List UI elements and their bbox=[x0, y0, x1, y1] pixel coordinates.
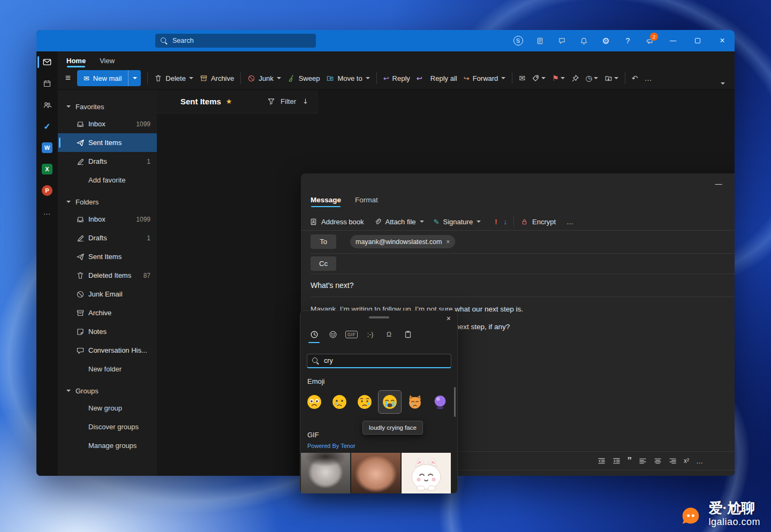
tab-recent-icon[interactable] bbox=[305, 327, 323, 342]
move-to-button[interactable]: Move to bbox=[326, 74, 369, 82]
recipient-chip[interactable]: mayank@windowslatest.com × bbox=[350, 235, 455, 248]
sidebar-item-inbox-favorite[interactable]: Inbox1099 bbox=[58, 115, 157, 133]
tab-view[interactable]: View bbox=[100, 57, 115, 65]
undo-icon[interactable]: ↶ bbox=[632, 74, 638, 82]
increase-indent-icon[interactable] bbox=[613, 457, 621, 465]
sidebar-item-discover-groups[interactable]: Discover groups bbox=[58, 417, 157, 436]
sidebar-item-new-group[interactable]: New group bbox=[58, 399, 157, 417]
new-mail-button[interactable]: ✉New mail bbox=[77, 70, 141, 86]
sidebar-item-add-favorite[interactable]: Add favorite bbox=[58, 171, 157, 189]
decrease-indent-icon[interactable] bbox=[598, 457, 606, 465]
maximize-button[interactable] bbox=[685, 30, 710, 51]
reply-all-button[interactable]: ↩↩ Reply all bbox=[417, 74, 457, 82]
emoji-crying-face[interactable] bbox=[328, 390, 351, 414]
delete-button[interactable]: Delete bbox=[154, 74, 193, 82]
sidebar-item-drafts[interactable]: Drafts1 bbox=[58, 229, 157, 247]
reply-button[interactable]: ↩ Reply bbox=[383, 74, 410, 82]
tab-gif[interactable]: GIF bbox=[342, 327, 361, 342]
read-unread-icon[interactable]: ✉ bbox=[519, 74, 525, 82]
sidebar-item-new-folder[interactable]: New folder bbox=[58, 360, 157, 378]
sidebar-item-archive[interactable]: Archive bbox=[58, 303, 157, 322]
tab-clipboard-icon[interactable] bbox=[398, 327, 417, 342]
gif-thumbnail-crying-cat-cartoon[interactable] bbox=[402, 453, 451, 493]
ribbon-collapse-icon[interactable] bbox=[721, 77, 725, 87]
search-input[interactable]: Search bbox=[155, 34, 316, 48]
rail-powerpoint-icon[interactable]: P bbox=[36, 180, 58, 201]
flag-icon[interactable]: ⚑ bbox=[552, 74, 565, 82]
close-button[interactable]: × bbox=[710, 30, 735, 51]
align-center-icon[interactable] bbox=[654, 457, 662, 465]
high-importance-button[interactable]: ! bbox=[495, 218, 497, 226]
feedback-icon[interactable] bbox=[551, 30, 573, 51]
sweep-button[interactable]: Sweep bbox=[288, 74, 320, 82]
rail-mail-icon[interactable] bbox=[36, 51, 58, 73]
emoji-panel-close-icon[interactable]: × bbox=[447, 314, 451, 323]
emoji-sad-but-relieved-face[interactable] bbox=[353, 390, 376, 414]
tab-home[interactable]: Home bbox=[66, 57, 86, 65]
tab-kaomoji[interactable]: ;-) bbox=[361, 327, 380, 342]
tab-symbols[interactable]: Ω bbox=[380, 327, 398, 342]
filter-icon[interactable] bbox=[267, 97, 275, 105]
rules-icon[interactable] bbox=[604, 74, 618, 82]
sidebar-item-conversation-history[interactable]: Conversation His... bbox=[58, 341, 157, 360]
drag-handle[interactable] bbox=[369, 316, 389, 318]
sidebar-item-deleted-items[interactable]: Deleted Items87 bbox=[58, 266, 157, 285]
emoji-face-holding-back-tears[interactable] bbox=[303, 390, 326, 414]
rail-todo-icon[interactable]: ✓ bbox=[36, 116, 58, 137]
filter-label[interactable]: Filter bbox=[281, 97, 296, 105]
junk-button[interactable]: Junk bbox=[247, 74, 281, 82]
rail-word-icon[interactable]: W bbox=[36, 137, 58, 158]
cc-field-row[interactable]: Cc bbox=[311, 254, 735, 274]
minimize-button[interactable]: — bbox=[661, 30, 685, 51]
archive-button[interactable]: Archive bbox=[200, 74, 234, 82]
emoji-search-input[interactable]: cry bbox=[307, 354, 451, 368]
align-left-icon[interactable] bbox=[639, 457, 647, 465]
rail-people-icon[interactable] bbox=[36, 94, 58, 116]
quote-icon[interactable]: ” bbox=[628, 455, 632, 466]
superscript-icon[interactable]: x² bbox=[684, 457, 689, 465]
sidebar-item-inbox[interactable]: Inbox1099 bbox=[58, 210, 157, 229]
subject-field[interactable]: What's next? bbox=[311, 274, 735, 297]
align-right-icon[interactable] bbox=[669, 457, 677, 465]
categorize-tag-icon[interactable] bbox=[532, 74, 546, 82]
pin-icon[interactable] bbox=[571, 74, 579, 82]
more-formatting-icon[interactable]: … bbox=[696, 457, 703, 465]
rail-calendar-icon[interactable] bbox=[36, 73, 58, 94]
snooze-icon[interactable]: ◷ bbox=[586, 74, 598, 82]
section-groups[interactable]: Groups bbox=[58, 383, 157, 399]
sidebar-item-sent-items-favorite[interactable]: Sent Items bbox=[58, 133, 157, 152]
tab-emoji-icon[interactable] bbox=[323, 327, 342, 342]
rail-excel-icon[interactable]: X bbox=[36, 158, 58, 180]
section-folders[interactable]: Folders bbox=[58, 194, 157, 210]
compose-maximize-button[interactable] bbox=[730, 173, 735, 194]
forward-button[interactable]: ↪ Forward bbox=[464, 74, 506, 82]
hamburger-menu-icon[interactable]: ≡ bbox=[65, 73, 71, 83]
emoji-crystal-ball[interactable] bbox=[428, 390, 452, 414]
compose-minimize-button[interactable]: — bbox=[707, 173, 730, 194]
sidebar-item-notes[interactable]: Notes bbox=[58, 322, 157, 341]
sidebar-item-sent-items[interactable]: Sent Items bbox=[58, 247, 157, 266]
gif-thumbnail-crying-baby-2[interactable] bbox=[351, 453, 400, 493]
cc-button[interactable]: Cc bbox=[311, 256, 336, 271]
settings-gear-icon[interactable]: ⚙ bbox=[595, 30, 617, 51]
favorite-star-icon[interactable]: ★ bbox=[226, 97, 232, 105]
new-mail-dropdown[interactable] bbox=[128, 70, 141, 86]
notifications-bell-icon[interactable] bbox=[573, 30, 595, 51]
tab-message[interactable]: Message bbox=[311, 196, 341, 204]
encrypt-button[interactable]: Encrypt bbox=[520, 218, 556, 226]
whats-new-megaphone-icon[interactable]: 2 bbox=[639, 30, 661, 51]
more-toolbar-icon[interactable]: … bbox=[566, 218, 573, 226]
tab-format[interactable]: Format bbox=[355, 196, 378, 204]
address-book-button[interactable]: Address book bbox=[309, 218, 364, 226]
emoji-loudly-crying-face[interactable] bbox=[378, 390, 402, 414]
powered-by-tenor-link[interactable]: Powered By Tenor bbox=[307, 443, 356, 449]
skype-button[interactable]: S bbox=[507, 30, 529, 51]
sidebar-item-drafts-favorite[interactable]: Drafts1 bbox=[58, 152, 157, 171]
more-commands-icon[interactable]: … bbox=[645, 74, 652, 82]
to-button[interactable]: To bbox=[311, 234, 336, 249]
rail-more-icon[interactable]: … bbox=[36, 201, 58, 223]
section-favorites[interactable]: Favorites bbox=[58, 98, 157, 115]
chip-remove-icon[interactable]: × bbox=[446, 238, 450, 246]
low-importance-button[interactable]: ↓ bbox=[504, 218, 508, 226]
sidebar-item-manage-groups[interactable]: Manage groups bbox=[58, 436, 157, 455]
